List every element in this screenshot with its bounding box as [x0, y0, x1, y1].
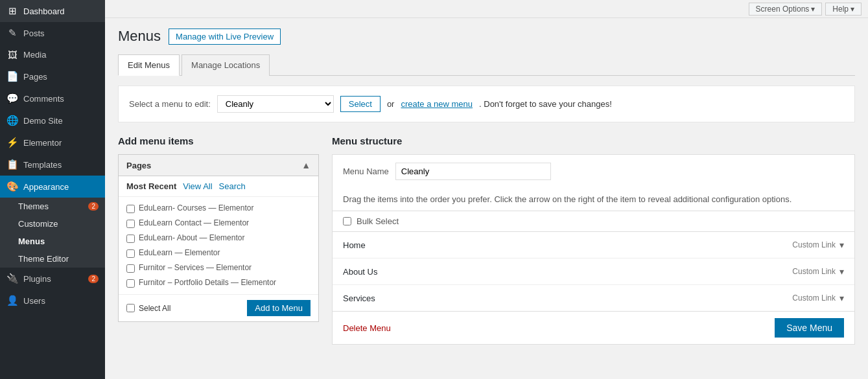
bulk-select-label: Bulk Select: [357, 216, 399, 226]
sidebar-item-templates[interactable]: 📋 Templates: [0, 154, 105, 176]
screen-options-chevron-icon: ▾: [811, 5, 815, 14]
sidebar-item-appearance[interactable]: 🎨 Appearance: [0, 176, 105, 198]
page-item-checkbox-1[interactable]: [126, 205, 135, 213]
sidebar-item-posts[interactable]: ✎ Posts: [0, 22, 105, 44]
sidebar-item-comments[interactable]: 💬 Comments: [0, 87, 105, 109]
sidebar-item-theme-editor[interactable]: Theme Editor: [0, 250, 105, 268]
tabs: Edit Menus Manage Locations: [118, 54, 855, 76]
menu-item-name-services: Services: [343, 293, 375, 303]
comments-icon: 💬: [6, 93, 18, 104]
menu-structure-panel: Menu structure Menu Name Drag the items …: [332, 135, 855, 345]
menu-item-services: Services Custom Link ▾: [333, 285, 854, 311]
page-item-label-6: Furnitor – Portfolio Details — Elementor: [139, 278, 276, 287]
page-item-label-1: EduLearn- Courses — Elementor: [139, 203, 253, 212]
pages-tabs: Most Recent View All Search: [119, 176, 318, 197]
page-item-checkbox-2[interactable]: [126, 220, 135, 228]
pages-box-header: Pages ▲: [119, 155, 318, 176]
menu-item-expand-icon-about-us[interactable]: ▾: [839, 266, 844, 277]
page-item-checkbox-6[interactable]: [126, 279, 135, 288]
menu-item-type-wrap-about-us: Custom Link ▾: [792, 266, 844, 277]
appearance-icon: 🎨: [6, 181, 18, 192]
pages-icon: 📄: [6, 71, 18, 82]
select-menu-bar: Select a menu to edit: Cleanly Select or…: [118, 86, 855, 122]
list-item: EduLearn- About — Elementor: [121, 231, 316, 246]
pages-list: EduLearn- Courses — Elementor EduLearn C…: [119, 197, 318, 294]
sidebar-item-elementor[interactable]: ⚡ Elementor: [0, 132, 105, 154]
sidebar-item-media[interactable]: 🖼 Media: [0, 44, 105, 65]
bulk-select-checkbox[interactable]: [343, 217, 351, 225]
content-area: Menus Manage with Live Preview Edit Menu…: [105, 18, 868, 379]
select-all-wrap: Select All: [126, 304, 170, 313]
templates-icon: 📋: [6, 159, 18, 170]
menu-items-list: Home Custom Link ▾ About Us Custom Link …: [332, 231, 855, 312]
demo-site-icon: 🌐: [6, 115, 18, 126]
appearance-submenu: Themes 2 Customize Menus Theme Editor: [0, 198, 105, 268]
delete-menu-link[interactable]: Delete Menu: [343, 323, 391, 333]
menu-item-type-home: Custom Link: [792, 240, 836, 249]
page-title: Menus: [118, 28, 161, 45]
menu-item-name-about-us: About Us: [343, 267, 377, 277]
menu-item-type-services: Custom Link: [792, 293, 836, 303]
page-item-checkbox-5[interactable]: [126, 264, 135, 273]
menu-item-type-wrap-services: Custom Link ▾: [792, 293, 844, 303]
sidebar-item-plugins[interactable]: 🔌 Plugins 2: [0, 268, 105, 290]
sidebar-item-menus[interactable]: Menus: [0, 233, 105, 250]
select-menu-label: Select a menu to edit:: [129, 99, 211, 109]
help-chevron-icon: ▾: [850, 5, 854, 14]
list-item: Furnitor – Services — Elementor: [121, 260, 316, 275]
users-icon: 👤: [6, 295, 18, 306]
menu-item-type-wrap-home: Custom Link ▾: [792, 240, 844, 250]
screen-options-button[interactable]: Screen Options ▾: [749, 3, 823, 16]
tab-edit-menus[interactable]: Edit Menus: [118, 54, 180, 76]
plugins-badge: 2: [88, 275, 99, 283]
menu-structure-title: Menu structure: [332, 135, 855, 146]
pages-tab-most-recent[interactable]: Most Recent: [126, 181, 176, 191]
manage-live-preview-button[interactable]: Manage with Live Preview: [169, 29, 281, 45]
page-item-checkbox-3[interactable]: [126, 235, 135, 243]
menu-item-expand-icon-services[interactable]: ▾: [839, 293, 844, 303]
pages-tab-search[interactable]: Search: [219, 181, 246, 191]
sidebar-item-customize[interactable]: Customize: [0, 215, 105, 233]
menu-actions-bar: Delete Menu Save Menu: [332, 312, 855, 345]
sidebar-item-dashboard[interactable]: ⊞ Dashboard: [0, 0, 105, 22]
reminder-text: . Don't forget to save your changes!: [479, 99, 612, 109]
themes-badge: 2: [88, 202, 99, 211]
menu-item-name-home: Home: [343, 240, 366, 250]
or-text: or: [387, 99, 395, 109]
menu-item-home: Home Custom Link ▾: [333, 232, 854, 258]
bulk-select-row: Bulk Select: [332, 211, 855, 231]
menu-name-row: Menu Name: [332, 154, 855, 188]
sidebar-item-demo-site[interactable]: 🌐 Demo Site: [0, 109, 105, 132]
sidebar-item-themes[interactable]: Themes 2: [0, 198, 105, 215]
list-item: EduLearn- Courses — Elementor: [121, 201, 316, 216]
sidebar-item-pages[interactable]: 📄 Pages: [0, 65, 105, 87]
pages-box-title: Pages: [126, 161, 151, 170]
page-item-checkbox-4[interactable]: [126, 249, 135, 258]
select-menu-button[interactable]: Select: [340, 96, 381, 112]
elementor-icon: ⚡: [6, 137, 18, 148]
page-item-label-3: EduLearn- About — Elementor: [139, 233, 244, 242]
list-item: EduLearn Contact — Elementor: [121, 216, 316, 231]
create-new-menu-link[interactable]: create a new menu: [401, 99, 473, 109]
save-menu-button[interactable]: Save Menu: [775, 318, 844, 338]
select-all-label: Select All: [139, 304, 170, 313]
pages-box-collapse-icon[interactable]: ▲: [301, 160, 311, 170]
menu-name-input[interactable]: [395, 163, 551, 180]
select-all-checkbox[interactable]: [126, 304, 135, 312]
dashboard-icon: ⊞: [6, 5, 18, 17]
posts-icon: ✎: [6, 27, 18, 39]
menu-item-expand-icon-home[interactable]: ▾: [839, 240, 844, 250]
two-column-layout: Add menu items Pages ▲ Most Recent View …: [118, 135, 855, 345]
add-to-menu-button[interactable]: Add to Menu: [247, 300, 311, 316]
help-button[interactable]: Help ▾: [825, 3, 862, 16]
main-content: Screen Options ▾ Help ▾ Menus Manage wit…: [105, 0, 868, 379]
pages-box: Pages ▲ Most Recent View All Search EduL…: [118, 154, 319, 322]
page-header: Menus Manage with Live Preview: [118, 28, 855, 45]
sidebar-item-users[interactable]: 👤 Users: [0, 290, 105, 312]
menu-item-about-us: About Us Custom Link ▾: [333, 258, 854, 285]
media-icon: 🖼: [6, 49, 18, 60]
tab-manage-locations[interactable]: Manage Locations: [182, 54, 270, 76]
menu-select-dropdown[interactable]: Cleanly: [217, 95, 334, 113]
topbar: Screen Options ▾ Help ▾: [105, 0, 868, 18]
pages-tab-view-all[interactable]: View All: [183, 181, 212, 191]
